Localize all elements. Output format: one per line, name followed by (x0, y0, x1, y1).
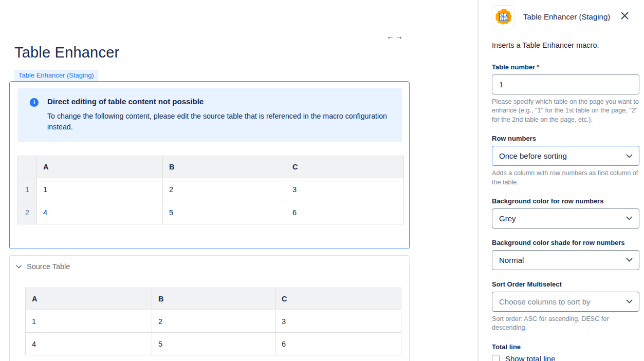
bg-shade-select[interactable]: Normal (492, 250, 639, 270)
macro-config-panel: 1 + Table Enhancer (Staging) Inserts a T… (477, 0, 644, 361)
panel-header: 1 + Table Enhancer (Staging) (492, 5, 639, 28)
total-line-label: Total line (492, 343, 639, 351)
source-section-toggle[interactable]: Source Table (16, 262, 409, 271)
sort-order-select[interactable]: Choose columns to sort by (492, 292, 639, 312)
chevron-down-icon (626, 258, 633, 262)
source-table-section: Source Table A B C 1 2 3 4 5 6 (9, 255, 410, 361)
row-numbers-selected-value: Once before sorting (499, 151, 567, 160)
row-numbers-helper: Adds a column with row numbers as first … (492, 169, 639, 187)
show-total-line-label: Show total line (505, 354, 556, 361)
row-numbers-label: Row numbers (492, 135, 639, 142)
table-cell: 2 (152, 310, 275, 333)
table-cell: 6 (275, 333, 401, 355)
table-number-label: Table number* (492, 63, 639, 71)
field-total-line: Total line Show total line The total lin… (492, 343, 639, 361)
row-number-cell: 1 (18, 178, 37, 201)
sort-order-placeholder: Choose columns to sort by (499, 297, 591, 306)
info-icon: i (30, 98, 39, 107)
editor-main: ←→ Table Enhancer Table Enhancer (Stagin… (0, 0, 477, 361)
table-row: 2 4 5 6 (18, 201, 404, 224)
row-number-cell: 2 (18, 201, 37, 224)
chevron-down-icon (16, 265, 22, 269)
editor-width-toggle-icon[interactable]: ←→ (387, 32, 404, 41)
table-cell: 2 (163, 178, 286, 201)
bg-shade-label: Background color shade for row numbers (492, 239, 639, 246)
bg-color-select[interactable]: Grey (492, 208, 639, 229)
table-cell: 1 (37, 178, 163, 201)
bg-shade-selected-value: Normal (499, 256, 524, 264)
table-cell: 1 (26, 310, 152, 333)
column-header-b: B (163, 156, 286, 178)
table-number-helper: Please specify which table on the page y… (492, 98, 639, 124)
macro-chip[interactable]: Table Enhancer (Staging) (14, 70, 98, 81)
sort-order-helper: Sort order: ASC for ascending, DESC for … (492, 315, 639, 333)
macro-container[interactable]: i Direct editing of table content not po… (9, 81, 410, 249)
source-table-label: Source Table (27, 262, 70, 271)
page-title: Table Enhancer (14, 44, 477, 61)
table-cell: 5 (163, 201, 286, 224)
info-content: Direct editing of table content not poss… (47, 97, 392, 132)
required-asterisk: * (537, 63, 539, 71)
field-row-numbers: Row numbers Once before sorting Adds a c… (492, 135, 639, 187)
info-panel: i Direct editing of table content not po… (17, 88, 402, 142)
enhanced-table: A B C 1 1 2 3 2 4 5 6 (17, 156, 404, 224)
info-body: To change the following content, please … (47, 111, 392, 132)
table-cell: 3 (286, 178, 404, 201)
panel-title: Table Enhancer (Staging) (523, 12, 610, 21)
row-number-header-cell (18, 156, 37, 178)
field-sort-order: Sort Order Multiselect Choose columns to… (492, 280, 639, 333)
table-row: 1 1 2 3 (18, 178, 404, 201)
field-table-number: Table number* Please specify which table… (492, 63, 639, 124)
table-enhancer-app-icon: 1 + (492, 5, 515, 28)
chevron-down-icon (626, 299, 633, 303)
show-total-line-checkbox[interactable] (492, 355, 500, 361)
field-bg-color: Background color for row numbers Grey (492, 197, 639, 229)
panel-description: Inserts a Table Enhancer macro. (492, 41, 639, 49)
field-bg-shade: Background color shade for row numbers N… (492, 239, 639, 270)
table-cell: 4 (37, 201, 163, 224)
source-column-header-c: C (275, 288, 401, 310)
column-header-a: A (37, 156, 163, 178)
sort-order-label: Sort Order Multiselect (492, 280, 639, 288)
table-cell: 6 (286, 201, 404, 224)
show-total-line-row[interactable]: Show total line (492, 354, 639, 361)
table-number-label-text: Table number (492, 63, 535, 71)
column-header-c: C (286, 156, 404, 178)
chevron-down-icon (626, 154, 633, 158)
table-cell: 4 (26, 333, 152, 355)
table-row: 4 5 6 (26, 333, 401, 355)
source-column-header-b: B (152, 288, 275, 310)
table-cell: 5 (152, 333, 275, 355)
table-row: 1 2 3 (26, 310, 401, 333)
svg-text:+: + (505, 16, 507, 21)
close-icon (620, 14, 629, 22)
chevron-down-icon (626, 216, 633, 220)
svg-text:1: 1 (501, 17, 503, 21)
source-table: A B C 1 2 3 4 5 6 (25, 288, 401, 355)
bg-color-label: Background color for row numbers (492, 197, 639, 205)
source-column-header-a: A (26, 288, 152, 310)
enhanced-table-header-row: A B C (18, 156, 404, 178)
row-numbers-select[interactable]: Once before sorting (492, 146, 639, 166)
table-cell: 3 (275, 310, 401, 333)
close-button[interactable] (618, 9, 631, 22)
source-table-header-row: A B C (26, 288, 401, 310)
table-number-input[interactable] (492, 74, 639, 94)
bg-color-selected-value: Grey (499, 214, 516, 223)
info-title: Direct editing of table content not poss… (47, 97, 392, 106)
